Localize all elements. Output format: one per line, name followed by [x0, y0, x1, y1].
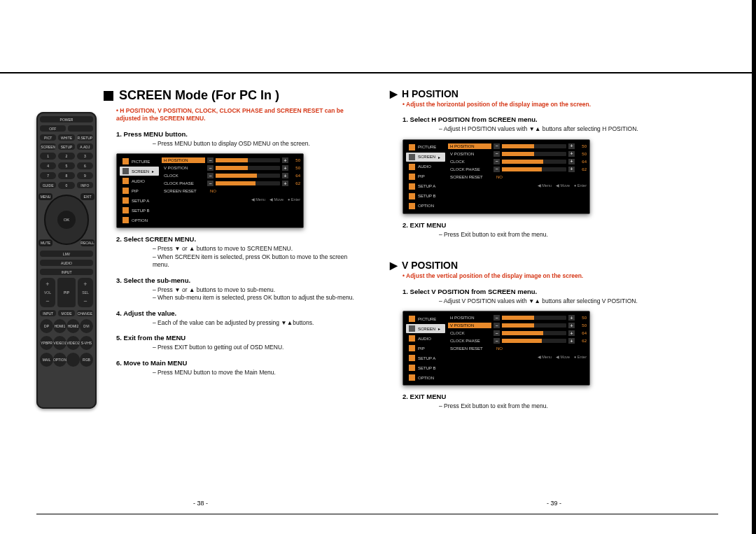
osd-reset-value: NO — [496, 346, 503, 351]
manual-spread: POWER OFF PICT WHITE R.SETUP SCREEN SETU… — [0, 0, 756, 534]
osd-tab-pip: PIP — [406, 344, 445, 353]
remote-control-illustration: POWER OFF PICT WHITE R.SETUP SCREEN SETU… — [36, 112, 97, 409]
osd-slider-bar — [502, 316, 566, 320]
osd-tab-label: OPTION — [132, 218, 148, 223]
osd-tab-label: OPTION — [418, 376, 434, 380]
minus-icon: − — [493, 338, 500, 344]
osd-slider-bar — [502, 323, 566, 328]
remote-recall-button: RECALL — [80, 239, 94, 246]
plus-icon: + — [568, 315, 575, 321]
step-head: 5. Exit from the MENU — [116, 334, 365, 342]
remote-option-button: OPTION — [53, 353, 66, 367]
step-3: 3. Select the sub-menu. Press ▼ or ▲ but… — [116, 276, 365, 302]
remote-num-7: 7 — [40, 172, 56, 179]
remote-change-button: CHANGE — [77, 310, 93, 316]
step-head: 1. Select V POSITION from SCREEN menu. — [402, 288, 718, 295]
minus-icon: − — [493, 159, 500, 164]
osd-row-value: 50 — [577, 323, 587, 328]
minus-icon: − — [207, 181, 214, 186]
remote-ok-button: OK — [57, 211, 76, 229]
osd-tab-label: AUDIO — [418, 164, 431, 169]
osd-tab-icon — [122, 158, 129, 164]
osd-row-label: V POSITION — [162, 165, 205, 171]
remote-blank-button — [68, 125, 94, 132]
remote-num-3: 3 — [77, 153, 93, 160]
osd-tab-icon — [409, 154, 415, 160]
step-6: 6. Move to Main MENU Press MENU button t… — [116, 359, 365, 377]
two-page-spread: POWER OFF PICT WHITE R.SETUP SCREEN SETU… — [36, 77, 718, 511]
osd-tab-icon — [409, 203, 415, 209]
osd-tab-label: PICTURE — [418, 145, 436, 149]
remote-input-button: INPUT — [40, 269, 93, 275]
step-body-line: Press ▼ or ▲ buttons to move to SCREEN M… — [153, 245, 365, 253]
remote-num-6: 6 — [77, 162, 93, 169]
osd-tab-icon — [122, 197, 129, 204]
osd-row-label: H POSITION — [162, 157, 205, 163]
osd-tab-icon — [122, 168, 129, 174]
osd-row-screen-reset: SCREEN RESETNO — [448, 345, 587, 352]
plus-icon: + — [282, 157, 288, 163]
remote-menu-button: MENU — [38, 193, 52, 200]
osd-row-h-position: H POSITION−+50 — [162, 157, 300, 164]
remote-input2-button: INPUT — [40, 310, 56, 316]
osd-row-clock-phase: CLOCK PHASE−+62 — [448, 166, 587, 173]
osd-tab-label: PIP — [132, 189, 139, 193]
step-body-line: Press MENU button to display OSD MENU on… — [153, 140, 365, 148]
remote-svhs-button: S-VHS — [80, 336, 93, 350]
osd-row-value: 50 — [290, 158, 300, 162]
remote-pict-button: PICT — [40, 134, 56, 141]
osd-tab-label: PIP — [418, 346, 425, 351]
osd-tab-option: OPTION — [406, 373, 445, 382]
osd-tab-icon — [122, 217, 129, 223]
remote-num-9: 9 — [77, 172, 93, 179]
osd-slider-bar — [502, 339, 566, 343]
plus-icon: + — [568, 151, 575, 157]
minus-icon: − — [493, 151, 500, 157]
osd-row-screen-reset: SCREEN RESETNO — [448, 174, 587, 181]
minus-icon: − — [493, 315, 500, 321]
minus-icon: − — [493, 143, 500, 149]
remote-mute-button: MUTE — [38, 239, 52, 246]
osd-slider-bar — [502, 160, 566, 164]
remote-power-button: POWER — [40, 116, 93, 122]
osd-row-value: 62 — [577, 167, 587, 171]
osd-row-label: CLOCK — [448, 159, 491, 164]
osd-screenshot-vpos: PICTURESCREEN ▸AUDIOPIPSETUP ASETUP BOPT… — [402, 311, 590, 386]
osd-tab-icon — [122, 207, 129, 213]
osd-footer-hints: ◀ Menu◀ Move● Enter — [448, 183, 587, 188]
osd-tab-pip: PIP — [406, 172, 445, 181]
remote-aadj-button: A.ADJ — [77, 143, 93, 150]
osd-row-clock: CLOCK−+64 — [448, 158, 587, 165]
osd-tab-icon — [409, 316, 415, 322]
step-head: 1. Press MENU button. — [116, 130, 365, 138]
step-body-line: Press ▼ or ▲ buttons to move to sub-menu… — [153, 286, 365, 294]
remote-hdmi1-button: HDMI1 — [53, 319, 66, 333]
osd-tab-label: SETUP B — [418, 366, 436, 370]
osd-slider-bar — [216, 174, 280, 178]
left-content: SCREEN Mode (For PC In ) H POSITION, V P… — [104, 77, 365, 511]
osd-tab-label: PIP — [418, 174, 425, 178]
remote-ypbpr-button: YPBPR — [40, 336, 53, 350]
remote-blank2-button — [66, 353, 80, 367]
osd-reset-value: NO — [496, 175, 503, 179]
hpos-step-2: 2. EXIT MENU Press Exit button to exit f… — [402, 221, 718, 239]
step-1: 1. Press MENU button. Press MENU button … — [116, 130, 365, 148]
section-title-screen-mode: SCREEN Mode (For PC In ) — [104, 88, 365, 103]
screen-mode-note: H POSITION, V POSITION, CLOCK, CLOCK PHA… — [116, 107, 365, 123]
remote-mail-button: MAIL — [40, 353, 53, 367]
osd-slider-bar — [502, 152, 566, 156]
hpos-step-1: 1. Select H POSITION from SCREEN menu. A… — [402, 115, 718, 133]
section-title-text: SCREEN Mode (For PC In ) — [119, 88, 279, 103]
osd-tab-audio: AUDIO — [406, 334, 445, 343]
remote-info-button: INFO — [77, 182, 93, 188]
plus-icon: + — [282, 165, 288, 171]
minus-icon: − — [207, 165, 214, 171]
osd-tab-icon — [409, 325, 415, 332]
osd-row-screen-reset: SCREEN RESETNO — [162, 188, 300, 195]
plus-icon: + — [568, 143, 575, 149]
page-number-left: - 38 - — [36, 500, 365, 507]
step-head: 2. Select SCREEN MENU. — [116, 235, 365, 243]
vpos-step-1: 1. Select V POSITION from SCREEN menu. A… — [402, 288, 718, 305]
step-head: 4. Adjust the value. — [116, 309, 365, 317]
step-head: 2. EXIT MENU — [402, 221, 718, 229]
